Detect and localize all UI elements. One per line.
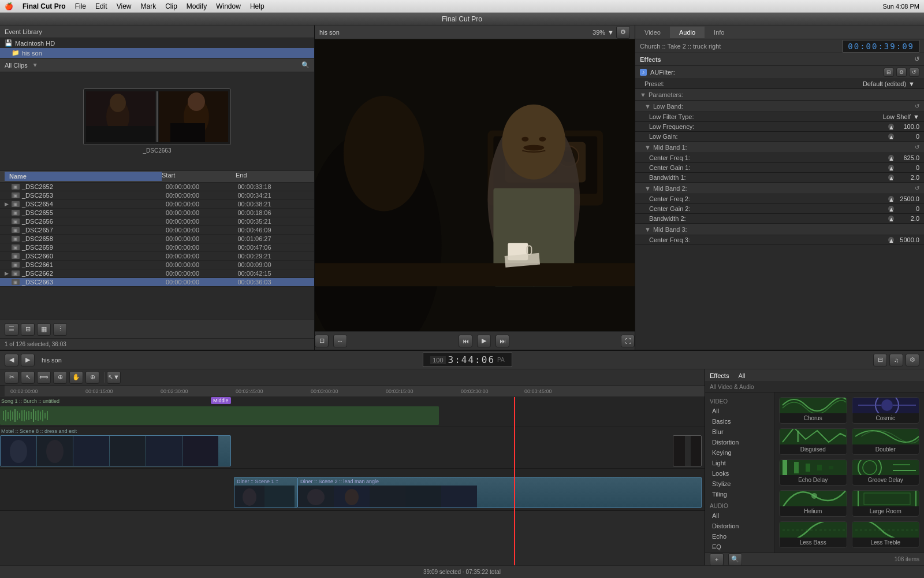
sidebar-audio-all[interactable]: All [705,510,774,521]
col-start-header[interactable]: Start [162,172,236,181]
bandwidth-1-knob[interactable]: ▲ [888,175,894,180]
hand-tool[interactable]: ✋ [69,371,83,384]
clip-row[interactable]: ▣ _DSC2653 00:00:00:00 00:00:34:21 [0,191,314,200]
sidebar-keying[interactable]: Keying [705,447,774,458]
effect-card-disguised[interactable]: Disguised [779,428,847,455]
sidebar-stylize[interactable]: Stylize [705,479,774,489]
macintosh-hd-item[interactable]: 💾 Macintosh HD [0,38,314,48]
sidebar-light[interactable]: Light [705,458,774,468]
sidebar-distortion-audio[interactable]: Distortion [705,521,774,531]
diner-scene-1[interactable]: Diner :: Scene 1 :: [234,477,297,508]
preset-value[interactable]: Default (edited) ▼ [863,80,915,87]
view-list-button[interactable]: ☰ [5,323,18,336]
position-tool[interactable]: ⊕ [53,371,67,384]
effects-tab[interactable]: Effects [710,372,729,379]
effect-card-helium[interactable]: Helium [779,490,847,517]
low-band-header[interactable]: ▼ Low Band: ↺ [635,101,924,112]
tab-audio[interactable]: Audio [670,27,705,38]
view-filmstrip-button[interactable]: ▦ [37,323,51,336]
effect-card-less-treble[interactable]: Less Treble [852,521,920,548]
effects-search-button[interactable]: 🔍 [728,553,742,566]
menu-edit[interactable]: Edit [95,2,107,10]
view-options-button[interactable]: ⋮ [53,323,67,336]
zoom-tool[interactable]: ⊕ [85,371,99,384]
mid-band-1-header[interactable]: ▼ Mid Band 1: ↺ [635,142,924,153]
sidebar-blur[interactable]: Blur [705,427,774,437]
menu-view[interactable]: View [117,2,132,10]
center-freq-1-knob[interactable]: ▲ [888,155,894,161]
sidebar-echo[interactable]: Echo [705,531,774,542]
his-son-item[interactable]: 📁 his son [0,48,314,58]
arrow-select-button[interactable]: ↖▼ [107,371,121,384]
app-name[interactable]: Final Cut Pro [23,2,66,10]
low-frequency-knob[interactable]: ▲ [888,124,894,129]
effect-card-echo-delay[interactable]: Echo Delay [779,460,847,486]
mid-band-2-header[interactable]: ▼ Mid Band 2: ↺ [635,183,924,194]
clip-row[interactable]: ▣ _DSC2656 00:00:00:00 00:00:35:21 [0,217,314,226]
center-gain-2-knob[interactable]: ▲ [888,206,894,212]
sidebar-eq[interactable]: EQ [705,542,774,552]
bandwidth-2-knob[interactable]: ▲ [888,216,894,221]
sidebar-basics[interactable]: Basics [705,416,774,427]
timeline-next-button[interactable]: ▶ [21,354,35,366]
menu-mark[interactable]: Mark [141,2,157,10]
low-filter-type-value[interactable]: Low Shelf ▼ [883,113,919,120]
blade-tool[interactable]: ✂ [5,371,18,384]
center-freq-2-knob[interactable]: ▲ [888,196,894,202]
col-end-header[interactable]: End [236,172,310,181]
video-clip-motel[interactable] [0,435,231,466]
clip-row[interactable]: ▣ _DSC2655 00:00:00:00 00:00:18:06 [0,209,314,217]
mid-band-2-reset[interactable]: ↺ [915,185,919,191]
viewer-transform-button[interactable]: ↔ [333,335,347,347]
clip-row[interactable]: ▣ _DSC2657 00:00:00:00 00:00:46:09 [0,226,314,235]
sidebar-video-all[interactable]: All [705,406,774,416]
menu-file[interactable]: File [75,2,86,10]
go-to-start-button[interactable]: ⏮ [459,335,472,347]
zoom-dropdown-icon[interactable]: ▼ [608,29,614,36]
menu-clip[interactable]: Clip [165,2,177,10]
timeline-settings-button[interactable]: ⚙ [906,354,919,366]
timeline-snapping-button[interactable]: ⊟ [873,354,887,366]
view-grid-button[interactable]: ⊞ [21,323,35,336]
timeline-audio-button[interactable]: ♫ [889,354,903,366]
clip-row[interactable]: ▣ _DSC2659 00:00:00:00 00:00:47:06 [0,243,314,252]
col-name-header[interactable]: Name [5,172,162,181]
menu-help[interactable]: Help [250,2,264,10]
clip-row[interactable]: ▶ ▣ _DSC2654 00:00:00:00 00:00:38:21 [0,200,314,209]
preset-dropdown-icon[interactable]: ▼ [908,80,915,87]
tab-video[interactable]: Video [635,27,670,38]
clip-row[interactable]: ▣ _DSC2661 00:00:00:00 00:00:09:00 [0,261,314,269]
effect-card-chorus[interactable]: Chorus [779,397,847,424]
center-gain-1-knob[interactable]: ▲ [888,165,894,171]
fullscreen-button[interactable]: ⛶ [621,335,635,347]
timeline-scrollbar[interactable] [0,510,705,517]
effects-reset-button[interactable]: ↺ [914,55,919,63]
effect-card-cosmic[interactable]: Cosmic [852,397,920,424]
aufilter-reset-button[interactable]: ↺ [909,68,919,77]
go-to-end-button[interactable]: ⏭ [495,335,509,347]
effects-all-tab[interactable]: All [738,372,745,379]
clip-row[interactable]: ▣ _DSC2652 00:00:00:00 00:00:33:18 [0,183,314,191]
sidebar-looks[interactable]: Looks [705,468,774,479]
clip-row[interactable]: ▣ _DSC2663 00:00:00:00 00:00:36:03 [0,278,314,287]
diner-scene-2[interactable]: Diner :: Scene 2 :: lead man angle [297,477,702,508]
mid-band-3-header[interactable]: ▼ Mid Band 3: [635,224,924,235]
trim-tool[interactable]: ⟺ [37,371,51,384]
parameters-section-header[interactable]: ▼ Parameters: [635,89,924,101]
effect-card-doubler[interactable]: Doubler [852,428,920,455]
clip-row[interactable]: ▶ ▣ _DSC2662 00:00:00:00 00:00:42:15 [0,269,314,278]
play-button[interactable]: ▶ [477,335,491,347]
search-icon[interactable]: 🔍 [301,61,310,69]
effect-card-groove-delay[interactable]: Groove Delay [852,460,920,486]
clip-list[interactable]: ▣ _DSC2652 00:00:00:00 00:00:33:18 ▣ _DS… [0,183,314,320]
timeline-prev-button[interactable]: ◀ [5,354,18,366]
menu-window[interactable]: Window [216,2,241,10]
effect-card-large-room[interactable]: Large Room [852,490,920,517]
aufilter-expand-button[interactable]: ⊟ [884,68,894,77]
mid-band-1-reset[interactable]: ↺ [915,144,919,150]
tab-info[interactable]: Info [705,27,733,38]
clip-row[interactable]: ▣ _DSC2660 00:00:00:00 00:00:29:21 [0,252,314,261]
effect-card-less-bass[interactable]: Less Bass [779,521,847,548]
viewer-settings-button[interactable]: ⚙ [616,26,630,39]
aufilter-settings-button[interactable]: ⚙ [896,68,907,77]
